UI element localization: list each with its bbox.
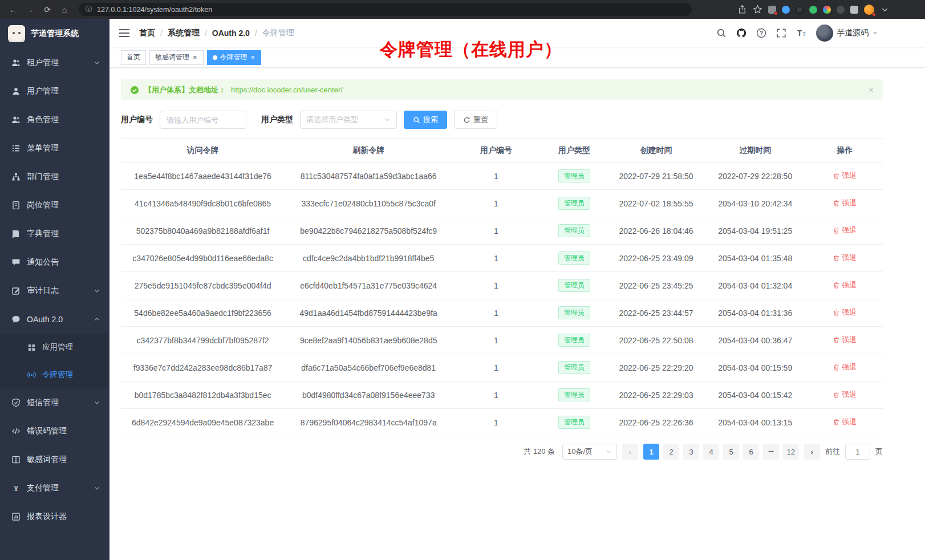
tab-close-icon[interactable]: × — [250, 54, 256, 61]
force-logout-button[interactable]: 强退 — [833, 335, 857, 345]
github-icon[interactable] — [736, 28, 747, 38]
create-time-cell: 2022-06-25 22:26:36 — [608, 418, 704, 427]
tab-令牌管理[interactable]: 令牌管理× — [207, 50, 262, 65]
sidebar-item-audit-log[interactable]: 审计日志 — [0, 277, 109, 305]
sidebar-item-sms[interactable]: 短信管理 — [0, 388, 109, 417]
sidebar-item-pay[interactable]: ¥支付管理 — [0, 474, 109, 502]
action-cell: 强退 — [806, 171, 883, 181]
force-logout-label: 强退 — [842, 253, 857, 263]
prev-page-button[interactable]: ‹ — [622, 444, 638, 460]
help-icon[interactable]: ? — [756, 28, 766, 38]
page-size-select[interactable]: 10条/页 — [562, 444, 617, 460]
alert-close-icon[interactable]: × — [869, 86, 874, 95]
force-logout-button[interactable]: 强退 — [833, 280, 857, 290]
page-button-4[interactable]: 4 — [703, 444, 719, 460]
sidebar-item-label: 用户管理 — [27, 86, 59, 96]
split-view-icon[interactable] — [850, 6, 858, 14]
sidebar-item-label: 令牌管理 — [42, 370, 73, 380]
force-logout-button[interactable]: 强退 — [833, 417, 857, 427]
expire-time-cell: 2054-03-04 01:35:48 — [704, 254, 806, 263]
access-token-cell: 41c41346a548490f9dc8b01c6bfe0865 — [121, 199, 285, 208]
force-logout-button[interactable]: 强退 — [833, 171, 857, 181]
page-button-12[interactable]: 12 — [783, 444, 799, 460]
sidebar-item-dict[interactable]: 字典管理 — [0, 220, 109, 248]
user-id-label: 用户编号 — [121, 115, 153, 125]
sidebar-item-notice[interactable]: 通知公告 — [0, 248, 109, 277]
browser-reload-button[interactable]: ⟳ — [40, 3, 55, 17]
sidebar-item-report-designer[interactable]: 报表设计器 — [0, 502, 109, 531]
extension-icon[interactable] — [823, 6, 831, 14]
sidebar-item-label: 报表设计器 — [27, 512, 67, 522]
browser-profile-avatar[interactable] — [864, 5, 874, 15]
more-pages-button[interactable]: ••• — [763, 444, 779, 460]
sidebar-item-sensitive-word[interactable]: 敏感词管理 — [0, 445, 109, 474]
alert-doc-link[interactable]: https://doc.iocoder.cn/user-center/ — [231, 86, 343, 94]
total-count-label: 共 120 条 — [524, 447, 555, 457]
tab-首页[interactable]: 首页 — [121, 50, 146, 65]
user-type-cell: 管理员 — [540, 251, 608, 265]
sidebar-item-errcode[interactable]: 错误码管理 — [0, 417, 109, 445]
browser-forward-button[interactable]: → — [23, 3, 38, 17]
extension-icon[interactable] — [796, 6, 804, 14]
force-logout-button[interactable]: 强退 — [833, 253, 857, 263]
reset-button[interactable]: 重置 — [454, 111, 497, 129]
fullscreen-icon[interactable] — [776, 28, 786, 38]
breadcrumb-item[interactable]: OAuth 2.0 — [212, 29, 250, 38]
goto-page-input[interactable] — [845, 444, 870, 460]
hamburger-icon[interactable] — [119, 29, 130, 38]
tab-close-icon[interactable]: × — [192, 54, 198, 61]
force-logout-button[interactable]: 强退 — [833, 307, 857, 318]
breadcrumb-item[interactable]: 首页 — [139, 28, 155, 38]
chevron-down-icon — [94, 287, 100, 294]
refresh-token-cell: 9ce8ef2aa9f14056b831ae9b608e28d5 — [285, 336, 452, 345]
trash-icon — [833, 254, 840, 262]
sidebar-item-role[interactable]: 角色管理 — [0, 105, 109, 134]
force-logout-button[interactable]: 强退 — [833, 389, 857, 400]
page-button-1[interactable]: 1 — [643, 444, 659, 460]
address-bar[interactable]: ⓘ 127.0.0.1:1024/system/oauth2/token — [79, 3, 692, 16]
sidebar-item-tenant[interactable]: 租户管理 — [0, 48, 109, 77]
sidebar-item-post[interactable]: 岗位管理 — [0, 191, 109, 220]
extension-icon[interactable] — [768, 6, 776, 14]
search-icon[interactable] — [716, 28, 727, 38]
sidebar-item-menu[interactable]: 菜单管理 — [0, 134, 109, 163]
page-button-6[interactable]: 6 — [743, 444, 759, 460]
sidebar-item-label: 错误码管理 — [27, 426, 67, 436]
tab-敏感词管理[interactable]: 敏感词管理× — [149, 50, 204, 65]
bookmark-star-icon[interactable] — [753, 5, 762, 14]
page-button-5[interactable]: 5 — [723, 444, 739, 460]
extension-icon[interactable] — [809, 6, 817, 14]
extension-icon[interactable] — [782, 6, 790, 14]
navbar-actions: ? TT 芋道源码 — [716, 25, 878, 42]
user-id-input[interactable] — [160, 111, 246, 129]
force-logout-button[interactable]: 强退 — [833, 362, 857, 372]
browser-home-button[interactable]: ⌂ — [57, 3, 72, 17]
user-menu[interactable]: 芋道源码 — [816, 25, 878, 42]
breadcrumb-item[interactable]: 系统管理 — [168, 28, 200, 38]
extension-icon[interactable] — [837, 6, 845, 14]
page-button-3[interactable]: 3 — [683, 444, 699, 460]
force-logout-button[interactable]: 强退 — [833, 198, 857, 208]
force-logout-label: 强退 — [842, 417, 857, 427]
font-size-icon[interactable]: TT — [796, 28, 806, 38]
sidebar-item-oauth2-app[interactable]: 应用管理 — [0, 334, 109, 361]
page-size-value: 10条/页 — [567, 447, 593, 457]
force-logout-button[interactable]: 强退 — [833, 225, 857, 236]
app-logo[interactable]: 芋道管理系统 — [0, 19, 109, 48]
browser-back-button[interactable]: ← — [6, 3, 21, 17]
edit-icon — [11, 286, 21, 295]
share-icon[interactable] — [737, 5, 747, 14]
user-type-select[interactable]: 请选择用户类型 — [300, 111, 397, 129]
search-button[interactable]: 搜索 — [404, 111, 447, 129]
site-info-icon[interactable]: ⓘ — [86, 5, 92, 14]
user-type-badge: 管理员 — [558, 388, 590, 401]
sidebar-item-dept[interactable]: 部门管理 — [0, 163, 109, 191]
page-button-2[interactable]: 2 — [663, 444, 679, 460]
next-page-button[interactable]: › — [804, 444, 820, 460]
sidebar-item-label: OAuth 2.0 — [27, 315, 63, 324]
access-token-cell: 6d842e2924594de9a09e45e087323abe — [121, 418, 285, 427]
sidebar-item-oauth2-token[interactable]: 令牌管理 — [0, 361, 109, 388]
sidebar-item-user[interactable]: 用户管理 — [0, 77, 109, 105]
sidebar-item-oauth2[interactable]: OAuth 2.0 — [0, 305, 109, 334]
browser-menu-icon[interactable] — [880, 5, 890, 14]
